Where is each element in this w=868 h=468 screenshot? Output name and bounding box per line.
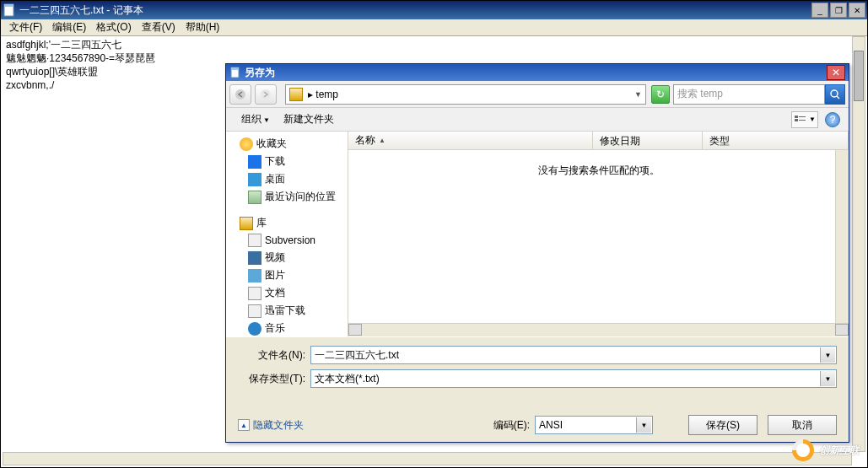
minimize-button[interactable]: _: [811, 3, 828, 18]
pane-vertical-scrollbar[interactable]: [835, 150, 849, 323]
dialog-bottom: 文件名(N): 一二三四五六七.txt ▼ 保存类型(T): 文本文档(*.tx…: [226, 336, 849, 403]
menu-file[interactable]: 文件(F): [4, 19, 47, 36]
help-button[interactable]: ?: [825, 112, 840, 127]
svg-rect-8: [795, 116, 798, 118]
chevron-down-icon[interactable]: ▼: [820, 371, 835, 386]
desktop-icon: [248, 173, 261, 186]
filename-input[interactable]: 一二三四五六七.txt ▼: [310, 346, 837, 364]
sidebar: 收藏夹 下载 桌面 最近访问的位置 库 Subversion 视频 图片 文档 …: [226, 132, 348, 336]
encoding-select[interactable]: ANSI ▼: [535, 416, 653, 434]
svg-point-5: [261, 89, 271, 100]
svg-rect-3: [231, 67, 239, 70]
folder-icon: [289, 88, 303, 101]
chevron-down-icon[interactable]: ▼: [634, 90, 642, 99]
svg-rect-10: [799, 116, 806, 117]
sidebar-item-video[interactable]: 视频: [233, 249, 348, 266]
scroll-right-button[interactable]: [835, 324, 849, 336]
watermark-logo-icon: [792, 439, 814, 461]
dialog-toolbar: 组织▼ 新建文件夹 ▼ ?: [226, 108, 849, 132]
download-icon: [248, 155, 261, 169]
maximize-button[interactable]: ❐: [830, 3, 847, 18]
notepad-titlebar: 一二三四五六七.txt - 记事本 _ ❐ ✕: [1, 1, 867, 19]
dialog-body: 收藏夹 下载 桌面 最近访问的位置 库 Subversion 视频 图片 文档 …: [226, 132, 849, 336]
column-date[interactable]: 修改日期: [593, 132, 703, 149]
picture-icon: [248, 269, 261, 282]
sidebar-libraries[interactable]: 库: [233, 214, 348, 232]
save-button[interactable]: 保存(S): [688, 415, 757, 435]
search-input[interactable]: 搜索 temp: [673, 84, 825, 105]
collapse-icon: ▲: [238, 419, 250, 431]
dialog-footer: ▲ 隐藏文件夹 编码(E): ANSI ▼ 保存(S) 取消: [226, 403, 849, 442]
dialog-titlebar: 另存为 ✕: [226, 64, 849, 81]
menu-view[interactable]: 查看(V): [137, 19, 181, 36]
search-button[interactable]: [825, 84, 845, 105]
location-bar[interactable]: ▸ temp ▼: [285, 84, 646, 105]
filetype-label: 保存类型(T):: [238, 372, 310, 386]
encoding-label: 编码(E):: [493, 418, 530, 433]
svn-icon: [248, 234, 261, 247]
dialog-close-button[interactable]: ✕: [827, 65, 845, 80]
svg-rect-9: [795, 119, 798, 121]
cancel-button[interactable]: 取消: [768, 415, 837, 435]
sidebar-item-docs[interactable]: 文档: [233, 284, 348, 302]
organize-button[interactable]: 组织▼: [235, 110, 277, 128]
music-icon: [248, 322, 261, 336]
chevron-down-icon: ▼: [809, 116, 816, 123]
save-as-dialog: 另存为 ✕ ▸ temp ▼ ↻ 搜索 temp 组织▼ 新建文件夹 ▼ ?: [225, 63, 849, 443]
back-button[interactable]: [229, 84, 251, 105]
filename-label: 文件名(N):: [238, 348, 310, 363]
svg-rect-1: [4, 4, 13, 7]
svg-point-6: [831, 90, 838, 97]
watermark-text: 创新互联: [819, 444, 860, 458]
filetype-select[interactable]: 文本文档(*.txt) ▼: [310, 369, 837, 388]
view-options-button[interactable]: ▼: [791, 111, 818, 128]
search-placeholder: 搜索 temp: [677, 87, 723, 101]
menu-format[interactable]: 格式(O): [91, 19, 136, 36]
menu-help[interactable]: 帮助(H): [181, 19, 225, 36]
empty-message: 没有与搜索条件匹配的项。: [348, 150, 849, 323]
pane-horizontal-scrollbar[interactable]: [348, 323, 849, 336]
svg-point-4: [235, 89, 245, 100]
sidebar-item-downloads[interactable]: 下载: [233, 153, 348, 170]
column-headers: 名称▲ 修改日期 类型: [348, 132, 849, 150]
notepad-icon: [3, 3, 16, 17]
star-icon: [240, 137, 253, 151]
sidebar-item-svn[interactable]: Subversion: [233, 232, 348, 249]
svg-rect-11: [799, 120, 806, 121]
chevron-down-icon[interactable]: ▼: [820, 347, 835, 363]
sidebar-favorites[interactable]: 收藏夹: [233, 135, 348, 153]
sidebar-item-pics[interactable]: 图片: [233, 266, 348, 284]
document-icon: [248, 287, 261, 300]
recent-icon: [248, 191, 261, 204]
scroll-left-button[interactable]: [348, 324, 362, 336]
column-type[interactable]: 类型: [703, 132, 849, 149]
sidebar-item-music[interactable]: 音乐: [233, 320, 348, 336]
hide-folders-button[interactable]: ▲ 隐藏文件夹: [238, 418, 304, 433]
sidebar-item-recent[interactable]: 最近访问的位置: [233, 188, 348, 206]
chevron-down-icon[interactable]: ▼: [636, 417, 651, 433]
menu-edit[interactable]: 编辑(E): [47, 19, 91, 36]
forward-button[interactable]: [255, 84, 277, 105]
refresh-button[interactable]: ↻: [651, 85, 670, 104]
sidebar-item-xunlei[interactable]: 迅雷下载: [233, 302, 348, 320]
file-pane: 名称▲ 修改日期 类型 没有与搜索条件匹配的项。: [348, 132, 849, 336]
new-folder-button[interactable]: 新建文件夹: [277, 110, 341, 128]
notepad-icon: [229, 67, 241, 78]
nav-row: ▸ temp ▼ ↻ 搜索 temp: [226, 81, 849, 108]
video-icon: [248, 251, 261, 265]
library-icon: [240, 217, 253, 230]
watermark: 创新互联: [792, 439, 860, 461]
dialog-title: 另存为: [245, 66, 827, 80]
column-name[interactable]: 名称▲: [348, 132, 593, 149]
horizontal-scrollbar[interactable]: [3, 452, 852, 465]
xunlei-icon: [248, 304, 261, 318]
chevron-down-icon: ▼: [263, 116, 270, 124]
svg-line-7: [837, 96, 839, 99]
notepad-title: 一二三四五六七.txt - 记事本: [19, 3, 810, 18]
location-path: ▸ temp: [308, 89, 338, 100]
close-button[interactable]: ✕: [849, 3, 865, 18]
sort-asc-icon: ▲: [379, 137, 385, 144]
vertical-scrollbar[interactable]: [852, 36, 865, 452]
sidebar-item-desktop[interactable]: 桌面: [233, 170, 348, 188]
notepad-menubar: 文件(F) 编辑(E) 格式(O) 查看(V) 帮助(H): [1, 19, 867, 36]
